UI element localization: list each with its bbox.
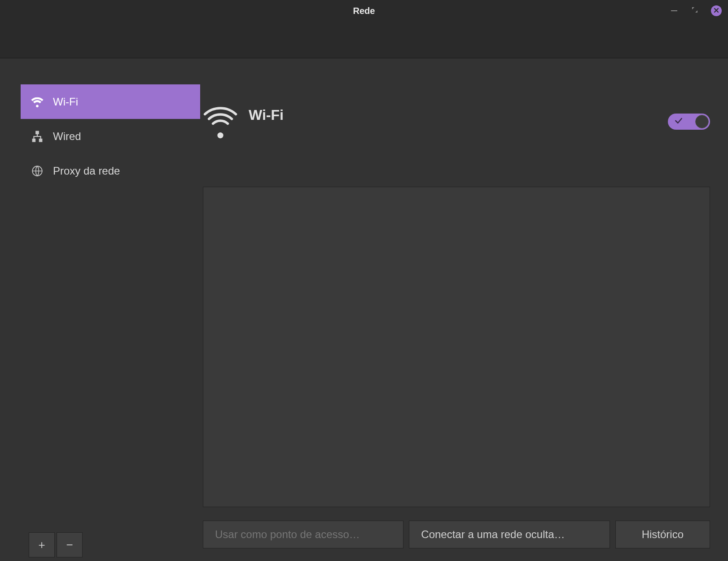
main-header: Wi-Fi	[203, 84, 710, 153]
connect-hidden-button[interactable]: Conectar a uma rede oculta…	[409, 521, 610, 548]
svg-rect-1	[32, 139, 35, 142]
svg-rect-0	[36, 131, 39, 134]
wired-icon	[31, 130, 44, 143]
history-button[interactable]: Histórico	[615, 521, 710, 548]
sidebar-item-proxy[interactable]: Proxy da rede	[21, 153, 200, 188]
wifi-large-icon	[203, 104, 238, 139]
minus-icon: −	[66, 538, 73, 552]
maximize-button[interactable]	[690, 6, 699, 15]
sidebar-actions: + −	[21, 529, 182, 561]
main-title: Wi-Fi	[249, 107, 657, 123]
titlebar: Rede	[0, 0, 728, 22]
minimize-button[interactable]	[670, 6, 679, 15]
sidebar-list: Wi-Fi Wired Proxy da rede	[21, 84, 200, 529]
wifi-toggle[interactable]	[668, 114, 710, 130]
svg-rect-2	[39, 139, 42, 142]
sidebar-item-wifi[interactable]: Wi-Fi	[21, 84, 200, 119]
toggle-knob	[695, 115, 709, 128]
hotspot-button[interactable]: Usar como ponto de acesso…	[203, 521, 403, 548]
content: Wi-Fi Wired Proxy da rede + −	[0, 58, 728, 561]
window-title: Rede	[353, 6, 375, 16]
minimize-icon	[671, 10, 677, 11]
connect-hidden-label: Conectar a uma rede oculta…	[421, 528, 565, 541]
close-icon	[714, 7, 719, 15]
add-button[interactable]: +	[29, 532, 55, 557]
header-spacer	[0, 22, 728, 58]
plus-icon: +	[38, 538, 45, 552]
remove-button[interactable]: −	[57, 532, 83, 557]
wifi-icon	[31, 95, 44, 109]
sidebar-item-label: Proxy da rede	[53, 165, 120, 177]
hotspot-label: Usar como ponto de acesso…	[215, 528, 360, 541]
network-list[interactable]	[203, 187, 710, 507]
main-panel: Wi-Fi Usar como ponto de acesso… Conecta…	[182, 58, 728, 561]
sidebar-item-label: Wi-Fi	[53, 96, 78, 108]
bottom-actions: Usar como ponto de acesso… Conectar a um…	[203, 521, 710, 552]
close-button[interactable]	[711, 5, 722, 16]
window-controls	[670, 5, 722, 16]
maximize-icon	[692, 7, 698, 15]
sidebar-item-wired[interactable]: Wired	[21, 119, 200, 153]
sidebar: Wi-Fi Wired Proxy da rede + −	[0, 58, 182, 561]
sidebar-item-label: Wired	[53, 130, 81, 143]
history-label: Histórico	[642, 528, 684, 541]
globe-icon	[31, 164, 44, 178]
check-icon	[674, 116, 683, 127]
